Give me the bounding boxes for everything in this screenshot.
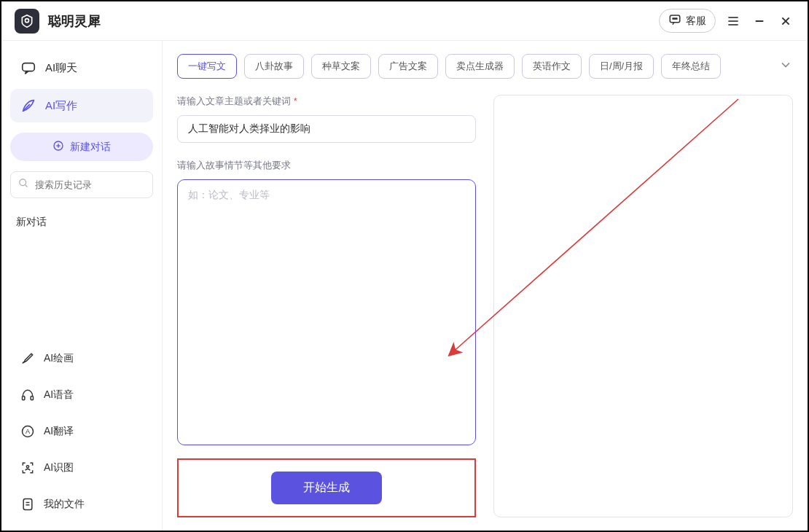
submit-highlight-box: 开始生成 [177, 458, 476, 517]
generate-button[interactable]: 开始生成 [271, 472, 382, 504]
form-column: 请输入文章主题或者关键词 * 请输入故事情节等其他要求 开始生成 [177, 95, 476, 517]
plus-circle-icon [52, 140, 64, 154]
template-tag[interactable]: 种草文案 [311, 54, 371, 79]
extra-field-label: 请输入故事情节等其他要求 [177, 159, 476, 172]
sidebar-item-label: AI聊天 [45, 61, 77, 75]
headphone-icon [20, 388, 35, 402]
output-panel [493, 95, 794, 517]
topic-input[interactable] [177, 115, 476, 143]
tool-label: AI绘画 [44, 352, 74, 365]
template-tag[interactable]: 八卦故事 [244, 54, 304, 79]
template-tag[interactable]: 日/周/月报 [589, 54, 654, 79]
expand-templates-button[interactable] [778, 58, 793, 75]
svg-point-0 [26, 18, 29, 22]
chat-bubble-icon [20, 60, 36, 76]
support-label: 客服 [686, 15, 706, 28]
app-title: 聪明灵犀 [48, 12, 101, 30]
svg-point-3 [674, 18, 676, 20]
minimize-button[interactable] [751, 12, 768, 30]
sidebar-tool-translate[interactable]: A AI翻译 [10, 415, 153, 447]
tool-label: AI语音 [44, 388, 74, 402]
sidebar-tool-draw[interactable]: AI绘画 [10, 343, 153, 375]
sidebar-tool-image[interactable]: AI识图 [10, 452, 153, 484]
menu-button[interactable] [724, 12, 742, 30]
template-tag[interactable]: 年终总结 [661, 54, 721, 79]
chat-icon [668, 13, 681, 28]
svg-point-4 [676, 18, 678, 20]
sidebar-item-write[interactable]: AI写作 [10, 89, 153, 122]
main: 一键写文 八卦故事 种草文案 广告文案 卖点生成器 英语作文 日/周/月报 年终… [162, 41, 808, 531]
titlebar: 聪明灵犀 客服 [1, 1, 808, 41]
topic-field-label: 请输入文章主题或者关键词 * [177, 95, 476, 108]
image-scan-icon [20, 461, 35, 475]
svg-rect-23 [23, 499, 32, 510]
svg-text:A: A [26, 428, 31, 435]
svg-point-2 [673, 18, 674, 20]
app-logo [15, 9, 39, 34]
brush-icon [20, 351, 35, 366]
svg-rect-11 [23, 63, 35, 71]
sidebar-tool-voice[interactable]: AI语音 [10, 379, 153, 411]
search-icon [18, 178, 29, 192]
sidebar-item-label: AI写作 [45, 99, 77, 113]
svg-rect-19 [31, 396, 33, 400]
new-chat-button[interactable]: 新建对话 [10, 133, 153, 161]
search-box[interactable] [10, 171, 153, 198]
support-button[interactable]: 客服 [659, 9, 716, 33]
template-tag[interactable]: 卖点生成器 [445, 54, 515, 79]
tool-label: AI翻译 [44, 425, 74, 438]
template-tag-row: 一键写文 八卦故事 种草文案 广告文案 卖点生成器 英语作文 日/周/月报 年终… [177, 54, 793, 79]
svg-point-16 [20, 179, 26, 186]
svg-point-22 [26, 466, 28, 468]
new-chat-label: 新建对话 [70, 141, 111, 154]
close-button[interactable] [777, 12, 794, 30]
template-tag[interactable]: 一键写文 [177, 54, 237, 79]
tool-label: AI识图 [44, 461, 74, 474]
sidebar: AI聊天 AI写作 新建对话 新对话 AI绘画 AI语音 A AI翻译 [1, 41, 162, 531]
search-input[interactable] [35, 179, 157, 190]
file-icon [20, 497, 35, 512]
extra-textarea[interactable] [177, 179, 476, 445]
template-tag[interactable]: 广告文案 [378, 54, 438, 79]
sidebar-tool-files[interactable]: 我的文件 [10, 488, 153, 520]
feather-icon [20, 98, 36, 114]
history-item[interactable]: 新对话 [10, 208, 153, 236]
svg-line-17 [25, 184, 27, 187]
translate-icon: A [20, 424, 35, 439]
template-tag[interactable]: 英语作文 [522, 54, 582, 79]
tool-label: 我的文件 [44, 498, 85, 511]
svg-rect-18 [23, 396, 25, 400]
sidebar-item-chat[interactable]: AI聊天 [10, 51, 153, 85]
